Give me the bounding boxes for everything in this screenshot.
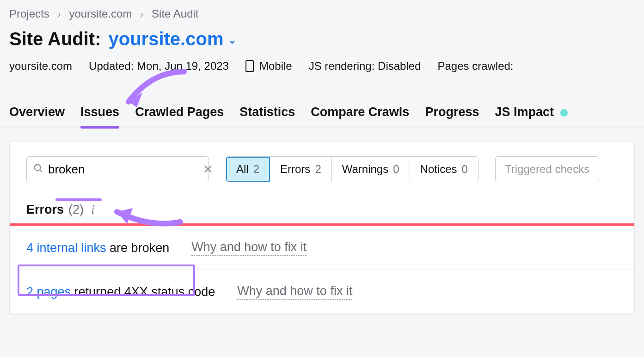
errors-section-name: Errors — [26, 203, 64, 217]
tab-issues[interactable]: Issues — [80, 105, 119, 128]
filter-errors[interactable]: Errors 2 — [270, 157, 332, 182]
svg-point-0 — [35, 165, 41, 171]
issue-rest: are broken — [106, 241, 170, 255]
meta-row: yoursite.com Updated: Mon, Jun 19, 2023 … — [0, 53, 644, 77]
issue-link[interactable]: 2 pages — [26, 285, 71, 299]
issue-row: 2 pages returned 4XX status code Why and… — [10, 270, 634, 314]
breadcrumb: Projects › yoursite.com › Site Audit — [0, 0, 644, 24]
issues-panel: ✕ All 2 Errors 2 Warnings 0 Notices 0 Tr… — [9, 141, 635, 314]
page-title: Site Audit: yoursite.com ⌄ — [0, 24, 644, 53]
meta-pages-crawled: Pages crawled: — [437, 60, 513, 73]
tab-compare-crawls[interactable]: Compare Crawls — [311, 105, 409, 128]
why-and-how-link[interactable]: Why and how to fix it — [237, 284, 352, 300]
errors-section-count: (2) — [68, 203, 84, 217]
tab-statistics[interactable]: Statistics — [239, 105, 295, 128]
search-icon — [33, 163, 43, 175]
filter-all-count: 2 — [253, 163, 259, 176]
page-title-label: Site Audit: — [9, 29, 101, 49]
filter-warnings[interactable]: Warnings 0 — [332, 157, 410, 182]
issue-text: 2 pages returned 4XX status code — [26, 285, 215, 299]
tab-progress[interactable]: Progress — [425, 105, 479, 128]
filter-warnings-label: Warnings — [342, 163, 388, 176]
chevron-down-icon: ⌄ — [228, 34, 236, 46]
breadcrumb-site[interactable]: yoursite.com — [69, 7, 132, 20]
triggered-checks-dropdown[interactable]: Triggered checks — [495, 156, 599, 182]
svg-line-1 — [40, 170, 42, 172]
chevron-right-icon: › — [58, 9, 61, 19]
issue-text: 4 internal links are broken — [26, 241, 169, 255]
breadcrumb-current: Site Audit — [152, 7, 198, 20]
filter-group: All 2 Errors 2 Warnings 0 Notices 0 — [226, 156, 478, 182]
tab-js-impact-label: JS Impact — [495, 105, 554, 119]
issue-link[interactable]: 4 internal links — [26, 241, 106, 255]
filter-all-label: All — [236, 163, 249, 176]
tab-overview[interactable]: Overview — [9, 105, 65, 128]
tabs: Overview Issues Crawled Pages Statistics… — [0, 77, 644, 128]
filter-notices-label: Notices — [420, 163, 457, 176]
meta-updated: Updated: Mon, Jun 19, 2023 — [89, 60, 229, 73]
info-icon[interactable]: i — [91, 203, 95, 217]
filter-errors-count: 2 — [315, 163, 321, 176]
issue-rest: returned 4XX status code — [71, 285, 215, 299]
search-input-wrapper[interactable]: ✕ — [26, 156, 209, 182]
meta-device-label: Mobile — [259, 60, 292, 73]
domain-name: yoursite.com — [109, 29, 224, 49]
issue-row: 4 internal links are broken Why and how … — [10, 226, 634, 270]
filter-notices-count: 0 — [462, 163, 468, 176]
filter-notices[interactable]: Notices 0 — [410, 157, 478, 182]
errors-section-head: Errors (2) i — [10, 186, 634, 223]
tab-js-impact[interactable]: JS Impact — [495, 105, 567, 128]
meta-domain: yoursite.com — [9, 60, 72, 73]
filter-all[interactable]: All 2 — [226, 157, 270, 182]
filter-warnings-count: 0 — [393, 163, 399, 176]
search-input[interactable] — [43, 162, 203, 177]
chevron-right-icon: › — [140, 9, 143, 19]
filter-errors-label: Errors — [280, 163, 310, 176]
domain-selector[interactable]: yoursite.com ⌄ — [109, 29, 237, 49]
panel-toolbar: ✕ All 2 Errors 2 Warnings 0 Notices 0 Tr… — [10, 142, 634, 186]
meta-js-rendering: JS rendering: Disabled — [309, 60, 421, 73]
breadcrumb-projects[interactable]: Projects — [9, 7, 49, 20]
clear-icon[interactable]: ✕ — [203, 162, 213, 177]
why-and-how-link[interactable]: Why and how to fix it — [191, 240, 307, 256]
mobile-icon — [245, 60, 254, 72]
tab-crawled-pages[interactable]: Crawled Pages — [135, 105, 224, 128]
beta-badge-icon — [560, 109, 568, 117]
meta-device: Mobile — [245, 60, 292, 73]
